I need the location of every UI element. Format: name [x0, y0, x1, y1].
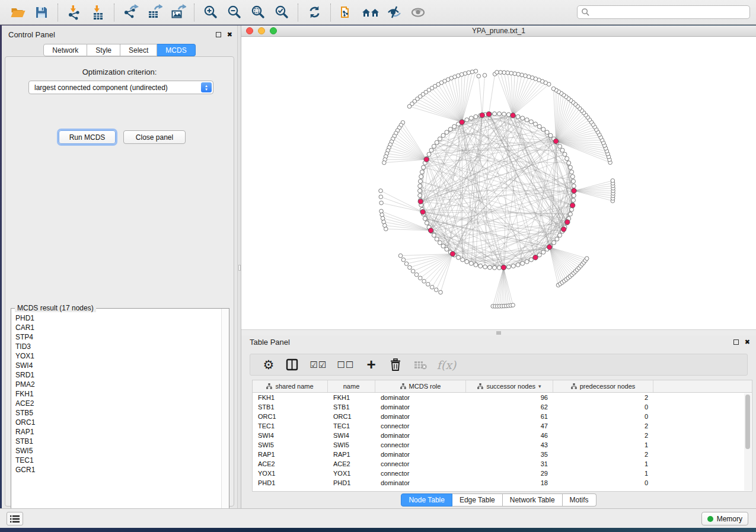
create-column-button[interactable]: +	[359, 356, 383, 374]
zoom-fit-button[interactable]	[246, 2, 270, 23]
float-panel-icon[interactable]	[216, 32, 221, 37]
mcds-result-item[interactable]: ACE2	[15, 399, 221, 408]
table-row[interactable]: RAP1RAP1dominator352	[253, 450, 752, 459]
tab-network[interactable]: Network	[43, 44, 87, 56]
search-field[interactable]	[577, 5, 750, 19]
table-row[interactable]: PHD1PHD1dominator180	[253, 478, 752, 488]
mcds-result-item[interactable]: RAP1	[15, 427, 221, 437]
deselect-all-button[interactable]: ☐☐	[332, 356, 359, 374]
table-row[interactable]: SWI5SWI5connector431	[253, 440, 752, 450]
import-network-button[interactable]	[62, 2, 86, 23]
clone-network-button[interactable]	[335, 2, 359, 23]
mcds-result-item[interactable]: ORC1	[15, 418, 221, 427]
vertical-splitter[interactable]	[237, 25, 241, 508]
mcds-result-legend: MCDS result (17 nodes)	[15, 304, 96, 312]
refresh-button[interactable]	[302, 2, 326, 23]
table-row[interactable]: STB1STB1dominator620	[253, 402, 752, 412]
table-scrollbar[interactable]	[744, 393, 751, 491]
close-panel-button[interactable]: Close panel	[123, 130, 186, 144]
list-icon	[10, 515, 20, 523]
import-table-button[interactable]	[86, 2, 110, 23]
mcds-result-item[interactable]: PMA2	[15, 380, 221, 389]
column-header-shared-name[interactable]: shared name	[253, 380, 328, 392]
mcds-result-item[interactable]: STB1	[15, 437, 221, 446]
mcds-list-scrollbar[interactable]	[221, 309, 229, 527]
table-row[interactable]: FKH1FKH1dominator962	[253, 393, 752, 402]
scrollbar-thumb[interactable]	[745, 395, 750, 449]
close-panel-icon[interactable]: ✖	[227, 32, 232, 37]
tab-network-table[interactable]: Network Table	[503, 493, 563, 507]
table-cell: 96	[466, 394, 553, 401]
open-session-button[interactable]	[6, 2, 30, 23]
optimization-criterion-select[interactable]: largest connected component (undirected)…	[28, 81, 213, 94]
save-session-button[interactable]	[30, 2, 53, 23]
table-row[interactable]: SWI4SWI4dominator462	[253, 431, 752, 440]
column-header-successor-nodes[interactable]: successor nodes▾	[466, 380, 553, 392]
run-mcds-button[interactable]: Run MCDS	[59, 130, 116, 144]
hierarchy-icon	[477, 383, 483, 389]
mcds-result-item[interactable]: GCR1	[15, 465, 221, 475]
tab-motifs[interactable]: Motifs	[563, 493, 596, 507]
table-cell: ORC1	[253, 413, 328, 420]
table-row[interactable]: ACE2ACE2connector311	[253, 459, 752, 469]
mcds-result-item[interactable]: FKH1	[15, 389, 221, 399]
mcds-result-item[interactable]: PHD1	[15, 313, 221, 323]
mcds-result-item[interactable]: STP4	[15, 332, 221, 342]
zoom-selected-button[interactable]	[270, 2, 294, 23]
show-columns-button[interactable]	[279, 356, 305, 374]
table-cell: 2	[553, 422, 653, 430]
task-history-button[interactable]	[7, 512, 23, 525]
close-panel-icon[interactable]: ✖	[745, 339, 750, 345]
float-panel-icon[interactable]	[733, 339, 739, 345]
mcds-result-item[interactable]: SWI5	[15, 446, 221, 456]
tab-node-table[interactable]: Node Table	[401, 493, 452, 507]
tab-style[interactable]: Style	[87, 44, 120, 56]
network-canvas[interactable]	[241, 37, 756, 329]
table-row[interactable]: ORC1ORC1dominator610	[253, 412, 752, 421]
mcds-result-item[interactable]: TID3	[15, 342, 221, 351]
memory-button[interactable]: Memory	[701, 512, 748, 525]
export-image-button[interactable]	[166, 2, 190, 23]
mcds-result-item[interactable]: SWI4	[15, 361, 221, 370]
table-body: FKH1FKH1dominator962STB1STB1dominator620…	[253, 393, 752, 488]
tab-edge-table[interactable]: Edge Table	[452, 493, 503, 507]
first-neighbors-button[interactable]	[359, 2, 382, 23]
hierarchy-icon	[266, 383, 272, 389]
mcds-result-item[interactable]: SRD1	[15, 370, 221, 380]
delete-columns-button[interactable]	[383, 356, 408, 374]
export-network-icon	[123, 4, 139, 20]
zoom-out-button[interactable]	[222, 2, 246, 23]
table-cell: 1	[553, 460, 653, 467]
export-table-button[interactable]	[142, 2, 166, 23]
table-row[interactable]: TEC1TEC1connector472	[253, 421, 752, 431]
splitter-handle[interactable]	[496, 331, 501, 335]
network-window-titlebar[interactable]: YPA_prune.txt_1	[241, 25, 756, 37]
search-input[interactable]	[590, 8, 746, 17]
table-row[interactable]: YOX1YOX1connector291	[253, 469, 752, 478]
mcds-result-item[interactable]: YOX1	[15, 351, 221, 361]
zoom-in-button[interactable]	[199, 2, 222, 23]
table-header-row: shared namenameMCDS rolesuccessor nodes▾…	[253, 380, 752, 393]
select-all-button[interactable]: ☑☑	[305, 356, 332, 374]
table-settings-button[interactable]: ⚙	[259, 356, 279, 374]
import-table-icon	[90, 5, 106, 20]
column-header-MCDS-role[interactable]: MCDS role	[375, 380, 466, 392]
column-header-name[interactable]: name	[328, 380, 375, 392]
delete-table-button[interactable]	[408, 356, 433, 374]
tab-mcds[interactable]: MCDS	[157, 44, 195, 56]
mcds-result-item[interactable]: CAR1	[15, 323, 221, 332]
splitter-handle[interactable]	[238, 265, 241, 271]
table-cell: 0	[553, 479, 653, 486]
network-graph[interactable]	[241, 37, 756, 329]
tab-select[interactable]: Select	[120, 44, 157, 56]
export-network-button[interactable]	[119, 2, 142, 23]
show-graphics-details-button[interactable]	[406, 2, 430, 23]
mcds-result-item[interactable]: STB5	[15, 408, 221, 418]
mcds-result-item[interactable]: TEC1	[15, 456, 221, 465]
open-folder-icon	[10, 5, 26, 20]
function-builder-button[interactable]: f(x)	[433, 356, 460, 374]
column-header-predecessor-nodes[interactable]: predecessor nodes	[553, 380, 653, 392]
toolbar-separator	[330, 4, 331, 21]
hide-visual-properties-button[interactable]	[382, 2, 406, 23]
horizontal-splitter[interactable]	[241, 329, 756, 335]
